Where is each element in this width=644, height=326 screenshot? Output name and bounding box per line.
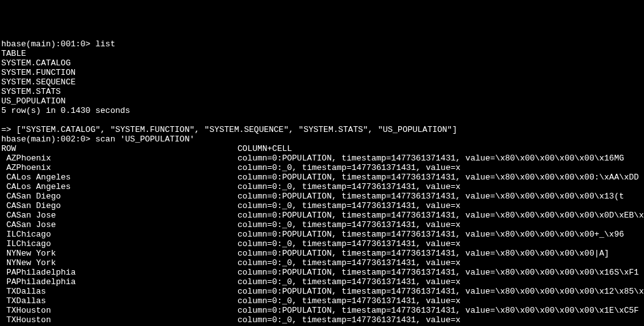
scan-row-key: AZPhoenix [1,153,238,163]
scan-row-key: TXHouston [1,306,238,315]
scan-row: CASan Josecolumn=0:POPULATION, timestamp… [1,211,644,220]
scan-row-cell: column=0:POPULATION, timestamp=147736137… [238,230,644,239]
scan-header: ROWCOLUMN+CELL [1,144,644,153]
terminal-output[interactable]: hbase(main):001:0> listTABLESYSTEM.CATAL… [1,39,644,326]
scan-row: CALos Angelescolumn=0:_0, timestamp=1477… [1,182,644,192]
scan-row-cell: column=0:_0, timestamp=1477361371431, va… [238,182,644,192]
scan-row-key: CALos Angeles [1,173,238,182]
scan-row-cell: column=0:POPULATION, timestamp=147736137… [238,306,644,315]
scan-row: AZPhoenixcolumn=0:POPULATION, timestamp=… [1,153,644,163]
scan-row-cell: column=0:_0, timestamp=1477361371431, va… [238,220,644,230]
scan-header-col: COLUMN+CELL [238,144,644,153]
prompt-line-2: hbase(main):002:0> scan 'US_POPULATION' [1,134,644,144]
scan-row: PAPhiladelphiacolumn=0:_0, timestamp=147… [1,277,644,287]
shell-command: list [95,39,115,49]
scan-row-cell: column=0:POPULATION, timestamp=147736137… [238,173,644,182]
scan-row: ILChicagocolumn=0:POPULATION, timestamp=… [1,230,644,239]
scan-row-key: TXDallas [1,296,238,306]
scan-row-key: CASan Jose [1,220,238,230]
scan-row-key: NYNew York [1,258,238,268]
list-timing: 5 row(s) in 0.1430 seconds [1,106,644,115]
scan-row-key: PAPhiladelphia [1,277,238,287]
scan-row-cell: column=0:_0, timestamp=1477361371431, va… [238,277,644,287]
list-result-array: => ["SYSTEM.CATALOG", "SYSTEM.FUNCTION",… [1,125,644,134]
list-table-4: US_POPULATION [1,96,644,106]
scan-row: CASan Josecolumn=0:_0, timestamp=1477361… [1,220,644,230]
scan-row: NYNew Yorkcolumn=0:POPULATION, timestamp… [1,249,644,258]
scan-row-cell: column=0:POPULATION, timestamp=147736137… [238,268,644,277]
scan-row-cell: column=0:_0, timestamp=1477361371431, va… [238,163,644,173]
scan-row: TXDallascolumn=0:POPULATION, timestamp=1… [1,287,644,296]
scan-row-key: TXDallas [1,287,238,296]
scan-row: PAPhiladelphiacolumn=0:POPULATION, times… [1,268,644,277]
scan-row: TXHoustoncolumn=0:POPULATION, timestamp=… [1,306,644,315]
shell-prompt: hbase(main):001:0> [1,39,95,49]
scan-row-cell: column=0:POPULATION, timestamp=147736137… [238,153,644,163]
scan-row-cell: column=0:_0, timestamp=1477361371431, va… [238,201,644,211]
list-table-0: SYSTEM.CATALOG [1,58,644,68]
prompt-line-1: hbase(main):001:0> list [1,39,644,49]
scan-row-cell: column=0:POPULATION, timestamp=147736137… [238,211,644,220]
scan-row-cell: column=0:_0, timestamp=1477361371431, va… [238,296,644,306]
scan-row-key: ILChicago [1,239,238,249]
scan-row-cell: column=0:_0, timestamp=1477361371431, va… [238,258,644,268]
scan-row: TXHoustoncolumn=0:_0, timestamp=14773613… [1,315,644,325]
scan-row-cell: column=0:POPULATION, timestamp=147736137… [238,249,644,258]
scan-row-key: PAPhiladelphia [1,268,238,277]
scan-header-row: ROW [1,144,238,153]
scan-row-key: CASan Jose [1,211,238,220]
scan-row-cell: column=0:_0, timestamp=1477361371431, va… [238,315,644,325]
scan-row-cell: column=0:POPULATION, timestamp=147736137… [238,192,644,201]
scan-row: AZPhoenixcolumn=0:_0, timestamp=14773613… [1,163,644,173]
scan-row: CASan Diegocolumn=0:_0, timestamp=147736… [1,201,644,211]
list-table-3: SYSTEM.STATS [1,87,644,96]
scan-row-key: CALos Angeles [1,182,238,192]
scan-row: NYNew Yorkcolumn=0:_0, timestamp=1477361… [1,258,644,268]
scan-row-key: TXHouston [1,315,238,325]
scan-row-key: ILChicago [1,230,238,239]
blank-line [1,115,644,125]
scan-row-cell: column=0:_0, timestamp=1477361371431, va… [238,239,644,249]
scan-row-key: CASan Diego [1,201,238,211]
scan-row-key: CASan Diego [1,192,238,201]
shell-prompt: hbase(main):002:0> [1,134,95,144]
scan-row: CALos Angelescolumn=0:POPULATION, timest… [1,173,644,182]
scan-row: CASan Diegocolumn=0:POPULATION, timestam… [1,192,644,201]
scan-row-key: AZPhoenix [1,163,238,173]
list-table-1: SYSTEM.FUNCTION [1,68,644,77]
list-header: TABLE [1,49,644,58]
scan-row-cell: column=0:POPULATION, timestamp=147736137… [238,287,644,296]
scan-row: ILChicagocolumn=0:_0, timestamp=14773613… [1,239,644,249]
scan-row-key: NYNew York [1,249,238,258]
shell-command: scan 'US_POPULATION' [95,134,194,144]
scan-row: TXDallascolumn=0:_0, timestamp=147736137… [1,296,644,306]
list-table-2: SYSTEM.SEQUENCE [1,77,644,87]
